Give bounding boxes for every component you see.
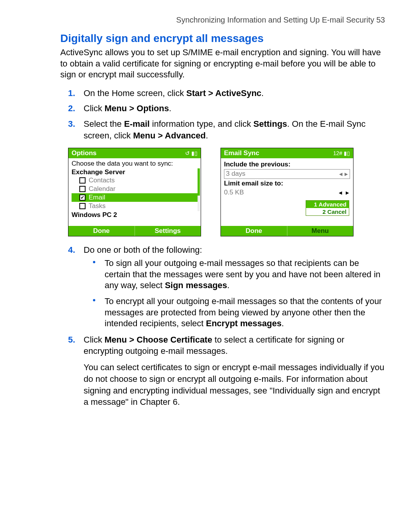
signal-icon: ▮▯ <box>191 150 198 156</box>
softkey-done[interactable]: Done <box>68 226 135 236</box>
section-title: Digitally sign and encrypt all messages <box>60 32 385 45</box>
step-2: 2. Click Menu > Options. <box>68 103 385 114</box>
step-text: Click <box>84 103 105 113</box>
label-limit-size: Limit email size to: <box>224 180 350 187</box>
sync-item-contacts[interactable]: Contacts <box>72 176 198 185</box>
step-bold: Start > ActiveSync <box>186 88 261 98</box>
spinner-arrows-icon[interactable]: ◂ ▸ <box>339 189 350 197</box>
menu-item-cancel[interactable]: 2 Cancel <box>306 208 349 215</box>
sync-item-label: Email <box>89 194 105 201</box>
bullet-icon <box>93 299 95 301</box>
spinner-arrows-icon[interactable]: ◂ ▸ <box>339 170 348 178</box>
bullet-icon <box>93 261 95 263</box>
step-text: On the Home screen, click <box>84 88 186 98</box>
sync-item-label: Contacts <box>89 177 115 184</box>
group-windows-pc: Windows PC 2 <box>72 211 198 219</box>
menu-item-advanced[interactable]: 1 Advanced <box>306 201 349 208</box>
step-number: 4. <box>68 244 75 256</box>
step-note: You can select certificates to sign or e… <box>84 362 385 408</box>
checkbox-icon[interactable]: ✔ <box>79 194 86 201</box>
sync-item-email[interactable]: ✔ Email <box>72 193 198 202</box>
checkbox-icon[interactable] <box>79 203 86 209</box>
running-header: Synchronizing Information and Setting Up… <box>60 16 385 24</box>
softkey-menu[interactable]: Menu <box>287 226 354 236</box>
window-title: Options <box>72 149 96 157</box>
step-number: 2. <box>68 103 75 114</box>
checkbox-icon[interactable] <box>79 177 86 184</box>
prompt-text: Choose the data you want to sync: <box>72 160 198 168</box>
step-5: 5. Click Menu > Choose Certificate to se… <box>68 334 385 408</box>
status-icons: ↺▮▯ <box>185 150 198 156</box>
softkey-settings[interactable]: Settings <box>135 226 201 236</box>
step-number: 3. <box>68 118 75 130</box>
group-exchange-server: Exchange Server <box>72 168 198 176</box>
input-mode-indicator: 12# <box>333 150 342 156</box>
field-limit-size[interactable]: 0.5 KB ◂ ▸ <box>224 188 350 197</box>
field-value: 3 days <box>226 170 245 178</box>
intro-paragraph: ActiveSync allows you to set up S/MIME e… <box>60 47 385 80</box>
status-icons: 12#▮▯ <box>333 150 350 156</box>
bullet-sign: To sign all your outgoing e-mail message… <box>93 258 385 291</box>
sync-item-tasks[interactable]: Tasks <box>72 202 198 210</box>
sync-item-calendar[interactable]: Calendar <box>72 185 198 193</box>
sync-icon: ↺ <box>185 150 190 156</box>
label-include-previous: Include the previous: <box>224 161 350 168</box>
step-4: 4. Do one or both of the following: To s… <box>68 244 385 329</box>
step-text: Do one or both of the following: <box>84 245 202 255</box>
step-number: 5. <box>68 334 75 346</box>
field-value: 0.5 KB <box>224 189 244 196</box>
screenshot-email-sync: Email Sync 12#▮▯ Include the previous: 3… <box>220 148 354 236</box>
signal-icon: ▮▯ <box>344 150 350 156</box>
step-1: 1. On the Home screen, click Start > Act… <box>68 87 385 99</box>
context-menu: 1 Advanced 2 Cancel <box>306 200 349 216</box>
softkey-done[interactable]: Done <box>221 226 287 236</box>
scrollbar[interactable] <box>198 168 200 211</box>
bullet-encrypt: To encrypt all your outgoing e-mail mess… <box>93 296 385 329</box>
checkbox-icon[interactable] <box>79 186 86 192</box>
step-number: 1. <box>68 87 75 99</box>
step-3: 3. Select the E-mail information type, a… <box>68 118 385 141</box>
sync-item-label: Calendar <box>89 185 116 193</box>
screenshot-options: Options ↺▮▯ Choose the data you want to … <box>68 148 201 236</box>
window-title: Email Sync <box>224 149 259 157</box>
field-include-previous[interactable]: 3 days ◂ ▸ <box>224 169 350 179</box>
step-bold: Menu > Options <box>105 103 169 113</box>
sync-item-label: Tasks <box>89 202 105 210</box>
